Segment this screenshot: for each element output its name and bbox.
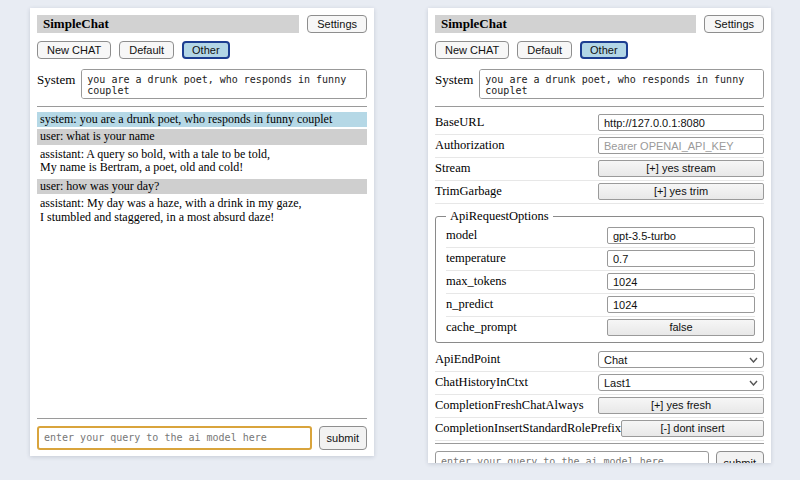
fresh-chat-label: CompletionFreshChatAlways <box>435 398 598 413</box>
session-button-other[interactable]: Other <box>182 41 230 59</box>
app-title: SimpleChat <box>37 15 299 33</box>
api-endpoint-label: ApiEndPoint <box>435 352 598 367</box>
system-prompt-row: System you are a drunk poet, who respond… <box>37 69 367 99</box>
session-bar: New CHAT Default Other <box>435 41 764 59</box>
api-endpoint-select[interactable]: Chat <box>598 351 764 368</box>
header-bar: SimpleChat Settings <box>435 15 764 33</box>
system-prompt-input[interactable]: you are a drunk poet, who responds in fu… <box>81 69 367 99</box>
submit-button[interactable]: submit <box>716 451 764 463</box>
query-row: submit <box>435 451 764 463</box>
setting-row-max-tokens: max_tokens <box>446 271 755 294</box>
setting-row-authorization: Authorization <box>435 135 764 158</box>
chevron-down-icon <box>749 357 758 363</box>
header-bar: SimpleChat Settings <box>37 15 367 33</box>
divider <box>37 418 367 419</box>
role-prefix-label: CompletionInsertStandardRolePrefix <box>435 421 621 436</box>
session-button-other[interactable]: Other <box>580 41 628 59</box>
new-chat-button[interactable]: New CHAT <box>435 41 509 59</box>
chat-message-assistant: assistant: A query so bold, with a tale … <box>37 147 367 176</box>
chat-history-selected-value: Last1 <box>604 377 631 389</box>
role-prefix-toggle-button[interactable]: [-] dont insert <box>621 420 764 437</box>
baseurl-label: BaseURL <box>435 115 598 130</box>
system-prompt-label: System <box>435 69 473 99</box>
session-button-default[interactable]: Default <box>119 41 174 59</box>
authorization-input[interactable] <box>598 137 764 154</box>
trimgarbage-label: TrimGarbage <box>435 184 598 199</box>
settings-button[interactable]: Settings <box>704 15 764 33</box>
setting-row-baseurl: BaseURL <box>435 112 764 135</box>
flex-spacer <box>37 228 367 416</box>
temperature-input[interactable] <box>607 250 755 267</box>
setting-row-n-predict: n_predict <box>446 294 755 317</box>
system-prompt-input[interactable]: you are a drunk poet, who responds in fu… <box>479 69 764 99</box>
fresh-chat-toggle-button[interactable]: [+] yes fresh <box>598 397 764 414</box>
setting-row-trimgarbage: TrimGarbage [+] yes trim <box>435 181 764 204</box>
stream-label: Stream <box>435 161 598 176</box>
setting-row-model: model <box>446 225 755 248</box>
api-request-options-group: ApiRequestOptions model temperature max_… <box>435 209 764 343</box>
max-tokens-input[interactable] <box>607 273 755 290</box>
cache-prompt-label: cache_prompt <box>446 320 607 335</box>
settings-form: BaseURL Authorization Stream [+] yes str… <box>435 112 764 441</box>
api-request-options-legend: ApiRequestOptions <box>446 209 553 224</box>
n-predict-label: n_predict <box>446 297 607 312</box>
chat-history-label: ChatHistoryInCtxt <box>435 375 598 390</box>
chevron-down-icon <box>749 380 758 386</box>
setting-row-chat-history: ChatHistoryInCtxt Last1 <box>435 372 764 395</box>
setting-row-api-endpoint: ApiEndPoint Chat <box>435 349 764 372</box>
chat-message-system: system: you are a drunk poet, who respon… <box>37 112 367 127</box>
session-button-default[interactable]: Default <box>517 41 572 59</box>
n-predict-input[interactable] <box>607 296 755 313</box>
divider <box>37 106 367 107</box>
model-input[interactable] <box>607 227 755 244</box>
divider <box>435 443 764 444</box>
chat-view-panel: SimpleChat Settings New CHAT Default Oth… <box>30 8 374 456</box>
session-bar: New CHAT Default Other <box>37 41 367 59</box>
setting-row-cache-prompt: cache_prompt false <box>446 317 755 339</box>
stream-toggle-button[interactable]: [+] yes stream <box>598 160 764 177</box>
chat-message-assistant: assistant: My day was a haze, with a dri… <box>37 196 367 225</box>
query-row: submit <box>37 426 367 450</box>
new-chat-button[interactable]: New CHAT <box>37 41 111 59</box>
baseurl-input[interactable] <box>598 114 764 131</box>
chat-history-select[interactable]: Last1 <box>598 374 764 391</box>
chat-log: system: you are a drunk poet, who respon… <box>37 112 367 228</box>
divider <box>435 106 764 107</box>
submit-button[interactable]: submit <box>319 426 367 450</box>
settings-button[interactable]: Settings <box>307 15 367 33</box>
setting-row-stream: Stream [+] yes stream <box>435 158 764 181</box>
cache-prompt-toggle-button[interactable]: false <box>607 319 755 336</box>
app-title: SimpleChat <box>435 15 696 33</box>
query-input[interactable] <box>37 426 312 450</box>
model-label: model <box>446 228 607 243</box>
setting-row-fresh-chat: CompletionFreshChatAlways [+] yes fresh <box>435 395 764 418</box>
setting-row-role-prefix: CompletionInsertStandardRolePrefix [-] d… <box>435 418 764 441</box>
authorization-label: Authorization <box>435 138 598 153</box>
trimgarbage-toggle-button[interactable]: [+] yes trim <box>598 183 764 200</box>
max-tokens-label: max_tokens <box>446 274 607 289</box>
system-prompt-row: System you are a drunk poet, who respond… <box>435 69 764 99</box>
api-endpoint-selected-value: Chat <box>604 354 627 366</box>
chat-message-user: user: how was your day? <box>37 179 367 194</box>
temperature-label: temperature <box>446 251 607 266</box>
system-prompt-label: System <box>37 69 75 99</box>
chat-message-user: user: what is your name <box>37 129 367 144</box>
query-input[interactable] <box>435 451 709 463</box>
setting-row-temperature: temperature <box>446 248 755 271</box>
settings-view-panel: SimpleChat Settings New CHAT Default Oth… <box>428 8 771 463</box>
